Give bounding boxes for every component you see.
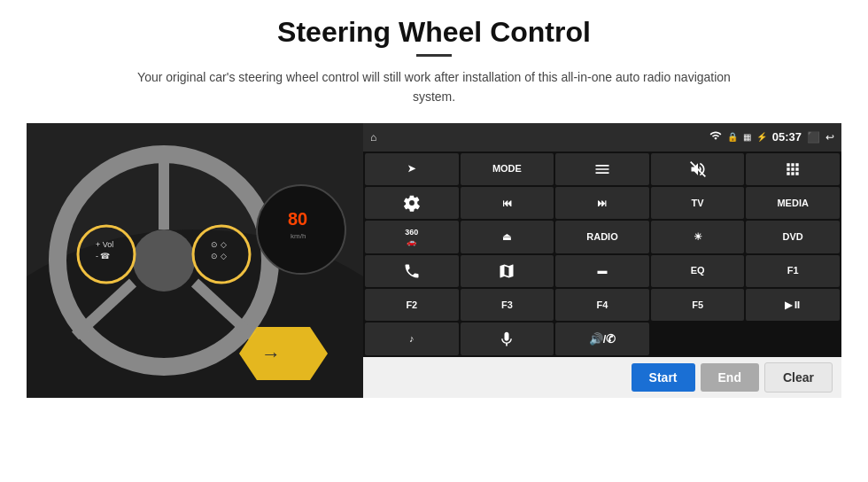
svg-point-13 (257, 185, 345, 274)
end-button[interactable]: End (701, 363, 759, 392)
f5-button[interactable]: F5 (651, 289, 745, 321)
control-panel: ⌂ 🔒 ▦ ⚡ 05:37 ⬛ ↩ ➤ MODE (363, 123, 841, 398)
status-bar: ⌂ 🔒 ▦ ⚡ 05:37 ⬛ ↩ (363, 123, 841, 152)
back-icon[interactable]: ↩ (825, 131, 834, 144)
page-title: Steering Wheel Control (277, 16, 591, 49)
start-button[interactable]: Start (632, 363, 695, 392)
prev-button[interactable]: ⏮ (461, 187, 554, 219)
screen-icon[interactable]: ⬛ (807, 131, 820, 144)
vol-phone-button[interactable]: 🔊/✆ (555, 323, 649, 354)
svg-text:80: 80 (288, 209, 307, 229)
eq-button[interactable]: EQ (651, 255, 745, 287)
mute-button[interactable] (651, 153, 745, 185)
page-subtitle: Your original car's steering wheel contr… (124, 67, 744, 107)
f2-button[interactable]: F2 (365, 289, 459, 321)
button-grid: ➤ MODE ⏮ ⏭ TV MEDIA (363, 152, 841, 357)
radio-button[interactable]: RADIO (555, 221, 649, 253)
f4-button[interactable]: F4 (555, 289, 649, 321)
svg-marker-16 (239, 327, 328, 380)
apps-button[interactable] (746, 153, 840, 185)
bottom-bar: Start End Clear (363, 357, 841, 398)
svg-text:+  Vol: + Vol (96, 240, 113, 249)
empty-btn-2 (746, 323, 840, 354)
status-left: ⌂ (370, 131, 376, 144)
brightness-button[interactable]: ☀ (651, 221, 745, 253)
mode-button[interactable]: MODE (461, 153, 554, 185)
svg-text:→: → (261, 343, 281, 365)
settings-button[interactable] (365, 187, 459, 219)
svg-point-3 (133, 229, 195, 292)
time-display: 05:37 (772, 130, 802, 144)
sim-icon: ▦ (743, 132, 751, 142)
clear-button[interactable]: Clear (764, 362, 833, 393)
svg-text:km/h: km/h (291, 232, 306, 240)
steering-wheel-image: + Vol - ☎ ⊙ ◇ ⊙ ◇ 80 km/h → (27, 123, 363, 398)
empty-btn-1 (651, 323, 745, 354)
menu-button[interactable] (555, 153, 649, 185)
svg-text:-  ☎: - ☎ (96, 252, 111, 260)
screen-fit-button[interactable]: ▬ (555, 255, 649, 287)
svg-text:⊙  ◇: ⊙ ◇ (211, 240, 227, 249)
page-container: Steering Wheel Control Your original car… (0, 0, 868, 482)
home-icon[interactable]: ⌂ (370, 131, 376, 144)
nav-button[interactable]: ➤ (365, 153, 459, 185)
dvd-button[interactable]: DVD (746, 221, 840, 253)
media-button[interactable]: MEDIA (746, 187, 840, 219)
eject-button[interactable]: ⏏ (461, 221, 554, 253)
tv-button[interactable]: TV (651, 187, 745, 219)
content-row: + Vol - ☎ ⊙ ◇ ⊙ ◇ 80 km/h → ⌂ (27, 123, 841, 398)
f3-button[interactable]: F3 (461, 289, 554, 321)
phone-button[interactable] (365, 255, 459, 287)
map-button[interactable] (461, 255, 554, 287)
lock-icon: 🔒 (727, 132, 738, 142)
wifi-icon (709, 129, 722, 144)
f1-button[interactable]: F1 (746, 255, 840, 287)
cam360-button[interactable]: 360🚗 (365, 221, 459, 253)
playpause-button[interactable]: ▶⏸ (746, 289, 840, 321)
bt-icon: ⚡ (756, 132, 767, 142)
mic-button[interactable] (461, 323, 554, 354)
title-divider (416, 54, 452, 57)
status-right: 🔒 ▦ ⚡ 05:37 ⬛ ↩ (709, 129, 834, 144)
svg-text:⊙  ◇: ⊙ ◇ (211, 252, 227, 260)
music-button[interactable]: ♪ (365, 323, 459, 354)
next-button[interactable]: ⏭ (555, 187, 649, 219)
